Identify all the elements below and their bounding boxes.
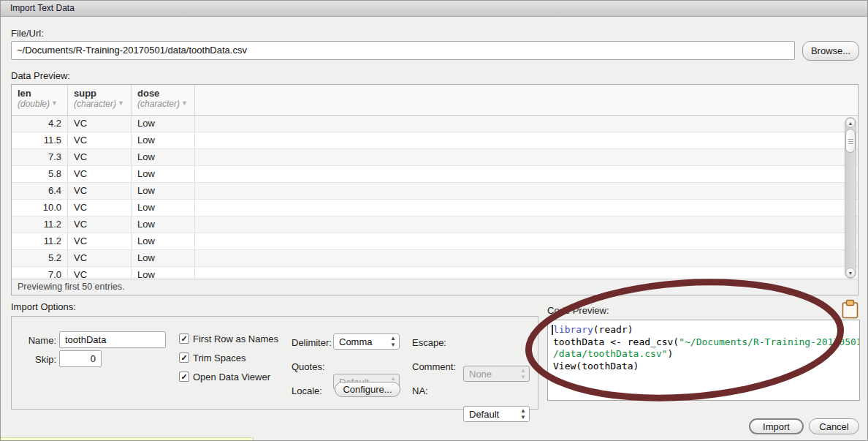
delimiter-label: Delimiter: [292, 337, 332, 348]
table-cell: 5.2 [12, 250, 68, 266]
column-menu-icon[interactable]: ▼ [118, 99, 124, 107]
table-cell: VC [68, 200, 132, 216]
quotes-label: Quotes: [292, 361, 325, 372]
table-cell: 10.0 [12, 200, 68, 216]
scroll-down-icon[interactable]: ▼ [845, 268, 856, 278]
column-header-supp[interactable]: supp (character)▼ [68, 85, 132, 115]
table-header-row: len (double)▼ supp (character)▼ dose (ch… [12, 85, 858, 116]
escape-label: Escape: [412, 337, 446, 348]
copy-to-clipboard-icon[interactable] [842, 299, 859, 319]
skip-label: Skip: [18, 354, 56, 365]
column-menu-icon[interactable]: ▼ [181, 99, 188, 107]
table-body: 4.2VCLow11.5VCLow7.3VCLow5.8VCLow6.4VCLo… [12, 116, 858, 284]
name-input[interactable]: toothData [59, 331, 166, 348]
column-header-len[interactable]: len (double)▼ [12, 85, 68, 115]
table-cell: VC [68, 216, 132, 233]
table-cell: 11.5 [12, 132, 68, 148]
table-cell: VC [68, 149, 132, 165]
table-cell: Low [132, 183, 195, 199]
configure-locale-button[interactable]: Configure... [335, 382, 400, 397]
scroll-up-icon[interactable]: ▲ [845, 118, 856, 128]
data-preview-table: len (double)▼ supp (character)▼ dose (ch… [11, 84, 859, 295]
checkbox-label: Trim Spaces [193, 353, 245, 363]
checkbox-row[interactable]: ✓First Row as Names [179, 333, 278, 344]
checkbox-label: First Row as Names [193, 333, 278, 344]
escape-select: None ▲▼ [463, 366, 530, 382]
import-button[interactable]: Import [749, 418, 804, 434]
skip-input[interactable]: 0 [59, 350, 102, 367]
code-line: View(toothData) [553, 361, 859, 373]
checkbox-column: ✓First Row as Names✓Trim Spaces✓Open Dat… [179, 333, 278, 391]
checkbox-label: Open Data Viewer [193, 372, 270, 382]
table-cell: VC [68, 132, 132, 148]
table-row: 10.0VCLow [12, 200, 858, 216]
table-cell: 5.8 [12, 166, 68, 182]
code-line: /data/toothData.csv") [553, 348, 859, 361]
table-cell: Low [132, 250, 195, 266]
stepper-icon[interactable]: ▲▼ [390, 335, 396, 348]
code-preview-box[interactable]: library(readr)toothData <- read_csv("~/D… [547, 320, 860, 401]
dialog-title: Import Text Data [10, 3, 75, 13]
checkbox-icon[interactable]: ✓ [179, 353, 189, 363]
table-row: 5.2VCLow [12, 250, 858, 267]
table-cell: 11.2 [12, 233, 68, 249]
table-cell: Low [132, 116, 195, 132]
cancel-button[interactable]: Cancel [809, 418, 859, 434]
column-menu-icon[interactable]: ▼ [51, 99, 58, 107]
table-cell: Low [132, 200, 195, 216]
table-cell: Low [132, 166, 195, 182]
table-cell: Low [132, 132, 195, 148]
table-cell: VC [68, 183, 132, 199]
code-line: library(readr) [553, 324, 859, 336]
table-cell: VC [68, 233, 132, 249]
table-row: 4.2VCLow [12, 116, 858, 132]
text-cursor [552, 325, 553, 335]
dialog-title-bar[interactable]: Import Text Data [1, 1, 868, 17]
comment-select[interactable]: Default ▲▼ [463, 406, 530, 422]
table-cell: VC [68, 250, 132, 266]
preview-footer: Previewing first 50 entries. [12, 279, 858, 295]
table-row: 7.3VCLow [12, 149, 858, 166]
background-tooltip-edge [1, 437, 254, 441]
stepper-icon: ▲▼ [520, 367, 526, 380]
table-row: 11.2VCLow [12, 233, 858, 250]
table-cell: 6.4 [12, 183, 68, 199]
name-label: Name: [18, 335, 56, 346]
import-options-label: Import Options: [11, 301, 76, 312]
file-url-label: File/Url: [11, 28, 44, 39]
delimiter-select[interactable]: Comma ▲▼ [333, 333, 400, 350]
vertical-scrollbar[interactable]: ▲ ▼ [845, 117, 856, 279]
table-cell: 4.2 [12, 116, 68, 132]
import-text-data-dialog: Import Text Data File/Url: ~/Documents/R… [0, 0, 868, 441]
table-cell: VC [68, 166, 132, 182]
scrollbar-thumb[interactable] [845, 129, 856, 153]
table-cell: 11.2 [12, 216, 68, 233]
checkbox-row[interactable]: ✓Open Data Viewer [179, 372, 278, 382]
browse-button[interactable]: Browse... [802, 41, 859, 61]
locale-label: Locale: [292, 385, 322, 396]
table-row: 6.4VCLow [12, 183, 858, 200]
checkbox-icon[interactable]: ✓ [179, 372, 189, 382]
na-label: NA: [412, 385, 428, 396]
checkbox-icon[interactable]: ✓ [179, 333, 189, 344]
table-cell: 7.3 [12, 149, 68, 165]
stepper-icon[interactable]: ▲▼ [520, 407, 526, 421]
checkbox-row[interactable]: ✓Trim Spaces [179, 353, 278, 363]
data-preview-label: Data Preview: [11, 70, 70, 81]
table-row: 11.2VCLow [12, 216, 858, 233]
code-line: toothData <- read_csv("~/Documents/R-Tra… [553, 336, 859, 349]
table-cell: Low [132, 216, 195, 233]
table-row: 11.5VCLow [12, 132, 858, 149]
table-cell: VC [68, 116, 132, 132]
table-cell: Low [132, 149, 195, 165]
code-preview-label: Code Preview: [547, 305, 609, 316]
table-row: 5.8VCLow [12, 166, 858, 183]
table-cell: Low [132, 233, 195, 249]
comment-label: Comment: [412, 361, 456, 372]
file-url-input[interactable]: ~/Documents/R-Training-20170501/data/too… [11, 41, 795, 60]
column-header-dose[interactable]: dose (character)▼ [132, 85, 195, 115]
